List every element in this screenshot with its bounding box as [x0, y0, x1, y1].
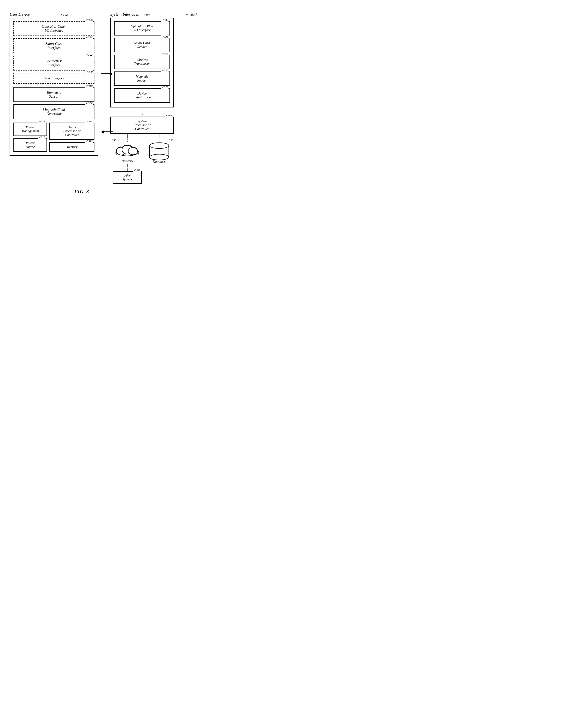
arrow-down-other: ↓ [127, 167, 128, 170]
other-systems-box: ↗ 342 OtherSystems [113, 171, 142, 184]
device-initialization-sys: ↗ 328 DeviceInitialization [114, 88, 170, 103]
contactless-interface-user: ↗ 322 ContactlessInterface [13, 56, 94, 71]
system-processor-box: ↗ 306 SystemProcessor orController [110, 116, 174, 134]
arrow-left-from-sys: ◀ [101, 130, 113, 134]
svg-point-7 [128, 148, 137, 155]
smart-card-reader-sys: ↗ 334 Smart CardReader [114, 38, 170, 52]
arrow-right-to-sys: ▶ [101, 72, 113, 76]
diagram-number: ← 300 [185, 12, 197, 17]
conn-network-other [127, 163, 128, 167]
ref-338: 338 [169, 139, 173, 141]
ref-310: ↗ 310 [85, 84, 93, 88]
user-interface-user: ↗ 320 User Interface [13, 73, 94, 84]
ref-332: ↗ 332 [161, 52, 168, 55]
ref-322: ↗ 322 [85, 53, 93, 57]
ref-336: ↗ 336 [161, 19, 168, 22]
user-device-label: User Device ↗ 302 [9, 12, 101, 17]
connector-sys-to-proc [142, 107, 142, 112]
ref-314: ↗ 314 [85, 120, 93, 123]
ref-340: 340 [112, 139, 116, 141]
ref-306: ↗ 306 [165, 114, 172, 117]
network-cloud: 340 [114, 142, 140, 163]
magnetic-reader-sys: ↗ 330 MagneticReader [114, 72, 170, 86]
svg-point-14 [149, 154, 169, 160]
conn-proc-db [159, 134, 159, 138]
fig-label: FIG. 3 [22, 188, 141, 195]
ref-324: ↗ 324 [85, 36, 93, 40]
optical-io-interface-user: ↗ 326 Optical or OtherI/O Interface [13, 21, 94, 36]
device-processor-box: ↗ 314 DeviceProcessor orController [49, 123, 94, 140]
arrow-up-db: ↑ [158, 138, 160, 141]
ref-320: ↗ 320 [85, 70, 93, 74]
optical-io-interface-sys: ↗ 336 Optical or OtherI/O Interface [114, 21, 170, 35]
ref-334: ↗ 334 [161, 35, 168, 38]
smart-card-interface-user: ↗ 324 Smart CardInterface [13, 38, 94, 53]
network-label: Network [114, 159, 140, 163]
power-management-box: ↗ 318 PowerManagement [13, 123, 47, 136]
db-svg [147, 142, 171, 160]
biometric-sensor-box: ↗ 310 BiometricSensor [13, 87, 94, 102]
ref-318: ↗ 318 [38, 120, 46, 123]
database-shape: 338 [147, 142, 171, 164]
magnetic-field-generator-box: ↗ 308 Magnetic FieldGenerator [13, 104, 94, 119]
ref-330: ↗ 330 [161, 69, 168, 72]
ref-308: ↗ 308 [85, 102, 93, 105]
ref-326: ↗ 326 [85, 19, 93, 22]
ref-342: ↗ 342 [133, 168, 141, 172]
arrow-down-sys-proc: ↕ [141, 112, 143, 115]
ref-312: ↗ 312 [85, 139, 93, 143]
cloud-svg [114, 142, 140, 159]
user-device-ref: ↗ 302 [60, 13, 68, 16]
wireless-transciever-sys: ↗ 332 WirelessTransciever [114, 55, 170, 69]
power-source-box: ↗ 316 PowerSource [13, 138, 47, 152]
svg-point-15 [149, 143, 169, 149]
arrow-down-network: ↓ [127, 138, 128, 141]
ref-328: ↗ 328 [161, 86, 168, 89]
conn-proc-network [127, 134, 128, 138]
system-interfaces-box: ↗ 336 Optical or OtherI/O Interface ↗ 33… [110, 18, 174, 107]
ref-316: ↗ 316 [38, 136, 46, 139]
system-interfaces-ref: ↗ 304 [142, 13, 150, 16]
database-label: Database [147, 160, 171, 164]
system-interfaces-label: System Interfaces ↗ 304 [110, 12, 175, 17]
memory-box: ↗ 312 Memory [49, 142, 94, 152]
